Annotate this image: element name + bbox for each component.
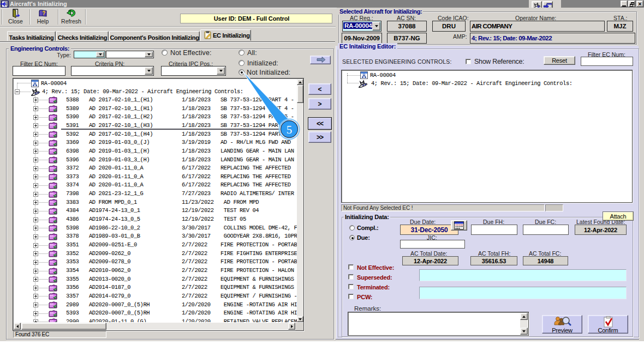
svg-text:?: ? [42,10,45,16]
svg-text:5: 5 [287,123,293,136]
